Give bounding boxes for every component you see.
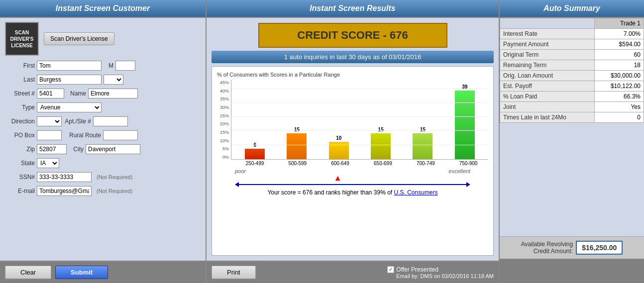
summary-row-label: Orig. Loan Amount	[500, 71, 595, 81]
score-description: Your score = 676 and ranks higher than 3…	[235, 189, 470, 196]
excellent-label: excellent	[449, 168, 470, 174]
bar-value-1: 6	[253, 142, 256, 148]
right-panel: Auto Summary Trade 1 Interest Rate7.00%P…	[500, 0, 644, 283]
summary-col-label	[500, 18, 595, 29]
street-number-input[interactable]	[37, 89, 64, 98]
email-row: E-mail (Not Required)	[5, 186, 201, 196]
ssn-label: SSN#	[5, 174, 35, 181]
bar-value-5: 15	[420, 127, 426, 132]
first-name-input[interactable]	[37, 61, 102, 71]
chart-title: % of Consumers with Scores in a Particul…	[217, 72, 488, 78]
rural-input[interactable]	[103, 130, 138, 140]
table-row: % Loan Paid66.3%	[500, 92, 644, 102]
offer-label: Offer Presented	[396, 266, 438, 273]
apt-input[interactable]	[93, 116, 128, 126]
state-select[interactable]: IA	[37, 158, 59, 168]
middle-label: M	[104, 62, 113, 69]
poor-label: poor	[235, 168, 246, 174]
y-label-5: 5%	[217, 146, 229, 151]
table-row: Payment Amount$594.00	[500, 39, 644, 50]
city-input[interactable]	[86, 144, 140, 154]
street-label: Street #	[5, 90, 35, 97]
clear-button[interactable]: Clear	[5, 266, 51, 279]
table-row: Times Late in last 24Mo0	[500, 112, 644, 123]
right-content: Trade 1 Interest Rate7.00%Payment Amount…	[500, 18, 644, 236]
table-row: JointYes	[500, 102, 644, 112]
table-row: Est. Payoff$10,122.00	[500, 81, 644, 92]
street-row: Street # Name	[5, 89, 201, 98]
right-header: Auto Summary	[500, 0, 644, 18]
middle-header: Instant Screen Results	[207, 0, 499, 18]
direction-select[interactable]	[37, 116, 62, 126]
summary-row-value: $594.00	[594, 39, 644, 50]
middle-content: CREDIT SCORE - 676 1 auto inquiries in l…	[207, 18, 499, 261]
summary-row-label: Est. Payoff	[500, 81, 595, 92]
score-triangle-marker: ▲	[334, 174, 342, 182]
us-consumers-link[interactable]: U.S. Consumers	[394, 189, 438, 196]
bar-value-2: 15	[294, 127, 300, 132]
type-label: Type	[5, 104, 35, 111]
bar-rect-2	[287, 133, 307, 159]
y-label-10: 10%	[217, 138, 229, 143]
table-row: Interest Rate7.00%	[500, 29, 644, 39]
middle-footer: Print ✓ Offer Presented Email by: DMS on…	[207, 261, 499, 283]
last-name-row: Last	[5, 75, 201, 85]
scan-driver-license-button[interactable]: Scan Driver's License	[44, 32, 114, 45]
street-name-label: Name	[66, 90, 86, 97]
print-button[interactable]: Print	[212, 266, 256, 279]
summary-row-label: Times Late in last 24Mo	[500, 112, 595, 123]
credit-score-box: CREDIT SCORE - 676	[258, 23, 447, 48]
left-panel: Instant Screen Customer SCANDRIVER'SLICE…	[0, 0, 207, 283]
state-row: State IA	[5, 158, 201, 168]
score-range-arrow	[235, 182, 470, 187]
offer-checkbox[interactable]: ✓	[387, 266, 394, 273]
x-label-4: 650-699	[363, 161, 403, 166]
table-row: Orig. Loan Amount$30,000.00	[500, 71, 644, 81]
chart-container: % of Consumers with Scores in a Particul…	[212, 66, 494, 256]
scan-driver-license-icon: SCANDRIVER'SLICENSE	[5, 22, 39, 56]
pobox-input[interactable]	[37, 130, 62, 140]
zip-label: Zip	[5, 146, 35, 153]
bar-rect-1	[245, 149, 265, 159]
y-label-25: 25%	[217, 113, 229, 118]
summary-row-label: Original Term	[500, 50, 595, 60]
last-name-input[interactable]	[37, 75, 102, 85]
y-label-45: 45%	[217, 80, 229, 85]
summary-row-value: $10,122.00	[594, 81, 644, 92]
street-type-select[interactable]: Avenue	[37, 102, 102, 112]
right-footer	[500, 259, 644, 283]
offer-section: ✓ Offer Presented Email by: DMS on 03/02…	[387, 266, 494, 279]
y-label-15: 15%	[217, 130, 229, 135]
first-label: First	[5, 62, 35, 69]
inquiries-bar: 1 auto inquiries in last 30 days as of 0…	[212, 51, 494, 63]
y-label-35: 35%	[217, 96, 229, 101]
x-label-2: 500-599	[278, 161, 318, 166]
bar-650-699: 15	[361, 80, 400, 159]
summary-row-value: $30,000.00	[594, 71, 644, 81]
street-name-input[interactable]	[88, 89, 138, 98]
summary-row-label: Joint	[500, 102, 595, 112]
summary-col-trade1: Trade 1	[594, 18, 644, 29]
left-header: Instant Screen Customer	[0, 0, 206, 18]
ssn-row: SSN# (Not Required)	[5, 172, 201, 182]
left-content: SCANDRIVER'SLICENSE Scan Driver's Licens…	[0, 18, 206, 261]
bar-rect-5	[413, 133, 432, 159]
suffix-select[interactable]	[104, 75, 123, 85]
y-label-0: 0%	[217, 155, 229, 160]
email-label: E-mail	[5, 188, 35, 194]
y-label-30: 30%	[217, 105, 229, 110]
email-input[interactable]	[37, 186, 92, 196]
bar-500-599: 15	[277, 80, 316, 159]
summary-row-label: Payment Amount	[500, 39, 595, 50]
ssn-input[interactable]	[37, 172, 92, 182]
zip-input[interactable]	[37, 144, 67, 154]
zip-city-row: Zip City	[5, 144, 201, 154]
middle-name-input[interactable]	[115, 61, 135, 71]
left-footer: Clear Submit	[0, 261, 206, 283]
table-row: Remaining Term18	[500, 60, 644, 71]
email-info-line: Email by: DMS on 03/02/2016 11:18 AM	[396, 273, 494, 279]
summary-row-value: Yes	[594, 102, 644, 112]
offer-presented-line: ✓ Offer Presented	[387, 266, 494, 273]
submit-button[interactable]: Submit	[55, 266, 108, 279]
bar-250-499: 6	[235, 80, 274, 159]
